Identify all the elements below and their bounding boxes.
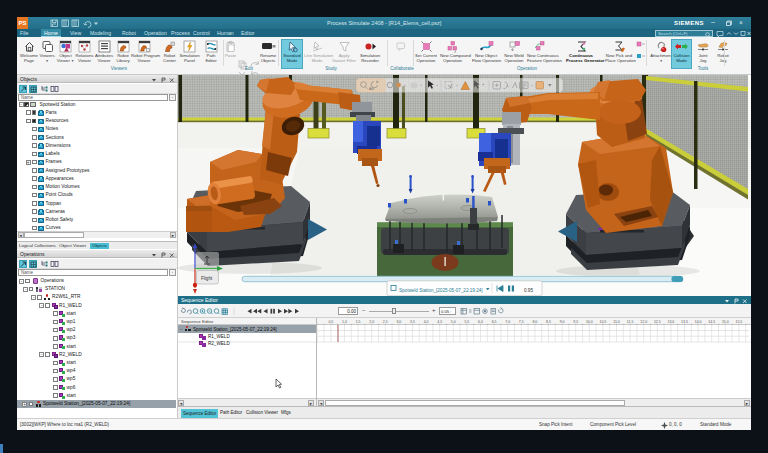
svg-text:9.0: 9.0 [560, 320, 565, 324]
svg-text:0.95: 0.95 [524, 288, 533, 293]
svg-text:4.0: 4.0 [424, 320, 429, 324]
svg-text:3.5: 3.5 [410, 320, 415, 324]
svg-text:11.0: 11.0 [613, 320, 620, 324]
svg-text:6.5: 6.5 [492, 320, 497, 324]
svg-text:15.5: 15.5 [735, 320, 742, 324]
svg-text:7.0: 7.0 [505, 320, 510, 324]
svg-text:13.0: 13.0 [667, 320, 674, 324]
svg-text:0.5: 0.5 [328, 320, 333, 324]
svg-text:1.0: 1.0 [342, 320, 347, 324]
svg-text:5.5: 5.5 [464, 320, 469, 324]
svg-text:4.5: 4.5 [437, 320, 442, 324]
svg-text:8.0: 8.0 [532, 320, 537, 324]
svg-text:14.0: 14.0 [695, 320, 702, 324]
svg-text:12.0: 12.0 [640, 320, 647, 324]
svg-text:2.0: 2.0 [369, 320, 374, 324]
svg-text:9.5: 9.5 [573, 320, 578, 324]
svg-text:11.5: 11.5 [627, 320, 634, 324]
svg-text:Flight: Flight [201, 276, 213, 281]
svg-text:1.5: 1.5 [356, 320, 361, 324]
svg-text:Ask: Ask [369, 87, 375, 91]
svg-text:2.5: 2.5 [383, 320, 388, 324]
svg-text:10.0: 10.0 [586, 320, 593, 324]
svg-text:15.0: 15.0 [722, 320, 729, 324]
svg-text:6.0: 6.0 [478, 320, 483, 324]
svg-text:Spotweld Station_[2025-05-07_2: Spotweld Station_[2025-05-07_22:19:24] [399, 288, 483, 293]
svg-text:7.5: 7.5 [519, 320, 524, 324]
svg-text:5.0: 5.0 [451, 320, 456, 324]
svg-text:14.5: 14.5 [708, 320, 715, 324]
svg-text:3.0: 3.0 [396, 320, 401, 324]
svg-text:12.5: 12.5 [654, 320, 661, 324]
svg-text:10.5: 10.5 [599, 320, 606, 324]
svg-text:13.5: 13.5 [681, 320, 688, 324]
svg-text:8.5: 8.5 [546, 320, 551, 324]
